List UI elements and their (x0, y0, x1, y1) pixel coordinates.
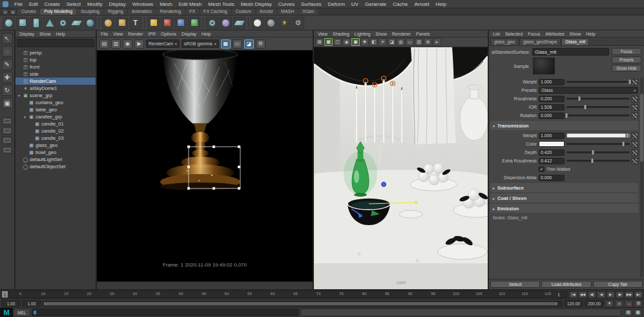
shelf-tab-animation[interactable]: Animation (128, 8, 156, 15)
shelf-poly-cylinder-icon[interactable] (30, 17, 42, 29)
auto-key-toggle[interactable]: ● (625, 300, 633, 307)
grid-snap-icon[interactable]: ▦ (324, 38, 333, 46)
layout-single-button[interactable] (2, 117, 12, 125)
snapshot-compare-toggle[interactable]: ◪ (244, 39, 254, 49)
render-view-canvas[interactable]: Frame: 1 2020-11-09 19:49:02 0.070 (97, 50, 313, 281)
shelf-poly-torus-icon[interactable] (57, 17, 69, 29)
show-hide-button[interactable]: Show Hide (612, 65, 641, 72)
attr-weight-6-value-field[interactable]: 1.000 (539, 133, 565, 139)
outliner-item-front[interactable]: ◫front (16, 63, 96, 71)
attr-color-7-swatch[interactable] (539, 141, 565, 147)
shelf-mirror-icon[interactable] (233, 17, 245, 29)
shelf-menu-icon[interactable]: ▾ (2, 9, 8, 15)
ao-toggle-icon[interactable]: ◍ (397, 38, 405, 46)
tool-paint-select-tool-icon[interactable]: ✎ (2, 59, 13, 70)
scrollbar-thumb[interactable] (640, 94, 643, 162)
attr-weight-0-slider[interactable] (566, 81, 630, 83)
shelf-poly-disc-icon[interactable] (84, 17, 96, 29)
node-name-field[interactable]: Glass_mtl (532, 48, 609, 56)
attr-ior-3-slider[interactable] (566, 106, 630, 108)
shelf-target-weld-icon[interactable] (174, 17, 187, 29)
more-tools-icon[interactable]: ▸ (433, 38, 441, 46)
ae-menu-list[interactable]: List (491, 32, 502, 36)
attr-ior-3-value-field[interactable]: 1.526 (539, 104, 565, 111)
attr-extra-roughness-9-slider[interactable] (566, 160, 630, 162)
menu-display[interactable]: Display (106, 0, 129, 8)
select-button[interactable]: Select (490, 281, 540, 288)
viewport-menu-view[interactable]: View (316, 32, 329, 36)
menu-file[interactable]: File (11, 0, 26, 8)
output-window-icon[interactable]: ▦ (634, 309, 642, 316)
snapshot-button[interactable]: ▤ (99, 39, 109, 49)
range-slider-track[interactable] (43, 301, 563, 307)
menu-cache[interactable]: Cache (390, 0, 411, 8)
step-forward-frame-button[interactable]: ▶▶ (625, 291, 633, 298)
outliner-item-candle-03[interactable]: ▦candle_03 (16, 135, 96, 142)
attr-dispersion-abbe-11-field[interactable]: 0.000 (539, 175, 565, 181)
menu-generate[interactable]: Generate (362, 0, 390, 8)
shelf-poly-cone-icon[interactable] (43, 17, 56, 29)
render-camera-dropdown[interactable]: RenderCam▾ (146, 39, 180, 48)
playback-start-field[interactable]: 1.00 (1, 300, 21, 307)
map-button[interactable] (632, 158, 638, 164)
attribute-scrollbar[interactable] (640, 78, 643, 278)
menu-modify[interactable]: Modify (84, 0, 106, 8)
command-mode-toggle[interactable]: MEL (14, 309, 30, 316)
attr-weight-0-value-field[interactable]: 1.000 (539, 79, 565, 85)
play-forwards-button[interactable]: ▶ (607, 291, 615, 298)
outliner-menu-show[interactable]: Show (37, 32, 53, 36)
outliner-item-top[interactable]: ◫top (16, 56, 96, 63)
render-options-button[interactable]: ⚙ (256, 39, 265, 49)
attr-roughness-2-slider[interactable] (566, 98, 630, 100)
map-button[interactable] (632, 96, 638, 102)
menu-uv[interactable]: UV (348, 0, 362, 8)
tool-move-tool-icon[interactable]: ✚ (2, 72, 13, 83)
render-button[interactable]: ◉ (123, 39, 132, 49)
outliner-menu-help[interactable]: Help (54, 32, 67, 36)
textured-mode-icon[interactable]: ◧ (369, 38, 378, 46)
script-editor-icon[interactable]: ▤ (624, 309, 632, 316)
outliner-item-defaultlightset[interactable]: ◯defaultLightSet (16, 156, 96, 163)
viewport-scene[interactable]: cam (314, 47, 488, 289)
current-frame-field[interactable]: 1 (550, 291, 567, 298)
attr-depth-8-slider[interactable] (566, 151, 630, 153)
render-view-menu-view[interactable]: View (111, 32, 125, 36)
menu-mesh-display[interactable]: Mesh Display (238, 0, 275, 8)
anim-layer-button[interactable]: ≡ (615, 300, 623, 307)
menu-surfaces[interactable]: Surfaces (298, 0, 325, 8)
attr-depth-8-value-field[interactable]: 0.420 (539, 149, 565, 156)
current-frame-marker[interactable]: 1 (2, 291, 8, 298)
go-to-end-button[interactable]: ▶| (634, 291, 643, 298)
timeline-strip[interactable]: 5101520253035404550556065707580859095100… (1, 290, 548, 298)
shelf-poly-plane-icon[interactable] (70, 17, 83, 29)
shelf-bridge-icon[interactable] (188, 17, 200, 29)
outliner-item-candles-grp[interactable]: ▾▣candles_grp (16, 113, 96, 120)
outliner-search[interactable] (17, 39, 94, 47)
shelf-skydome-light-icon[interactable]: ☀ (278, 17, 291, 29)
render-view-menu-help[interactable]: Help (200, 32, 213, 36)
shelf-arnold-ipr-icon[interactable] (265, 17, 277, 29)
menu-mesh[interactable]: Mesh (156, 0, 176, 8)
viewport-menu-panels[interactable]: Panels (414, 32, 431, 36)
step-back-key-button[interactable]: ◀| (588, 291, 596, 298)
outliner-menu-display[interactable]: Display (17, 32, 36, 36)
tool-lasso-tool-icon[interactable]: ◌ (2, 46, 13, 57)
layout-outliner-button[interactable] (2, 146, 12, 154)
outliner-item-defaultobjectset[interactable]: ◯defaultObjectSet (16, 163, 96, 170)
animation-prefs-button[interactable]: ⚙ (634, 300, 643, 307)
outliner-item-side[interactable]: ◫side (16, 71, 96, 78)
map-button[interactable] (632, 133, 638, 139)
shelf-gear-icon[interactable]: ⚙ (10, 9, 16, 15)
ipr-button[interactable]: ▶ (134, 39, 144, 49)
display-transform-dropdown[interactable]: sRGB gamma▾ (182, 39, 219, 48)
menu-create[interactable]: Create (41, 0, 63, 8)
go-to-start-button[interactable]: |◀ (569, 291, 577, 298)
material-sample-swatch[interactable] (533, 58, 555, 74)
render-view-menu-file[interactable]: File (99, 32, 110, 36)
shelf-booleans-icon[interactable] (206, 17, 218, 29)
viewport-menu-renderer[interactable]: Renderer (390, 32, 413, 36)
menu-select[interactable]: Select (63, 0, 84, 8)
shelf-tab-fx-caching[interactable]: FX Caching (200, 8, 231, 15)
range-slider-thumb[interactable] (44, 302, 557, 305)
shelf-text-tool-icon[interactable]: T (129, 17, 141, 29)
